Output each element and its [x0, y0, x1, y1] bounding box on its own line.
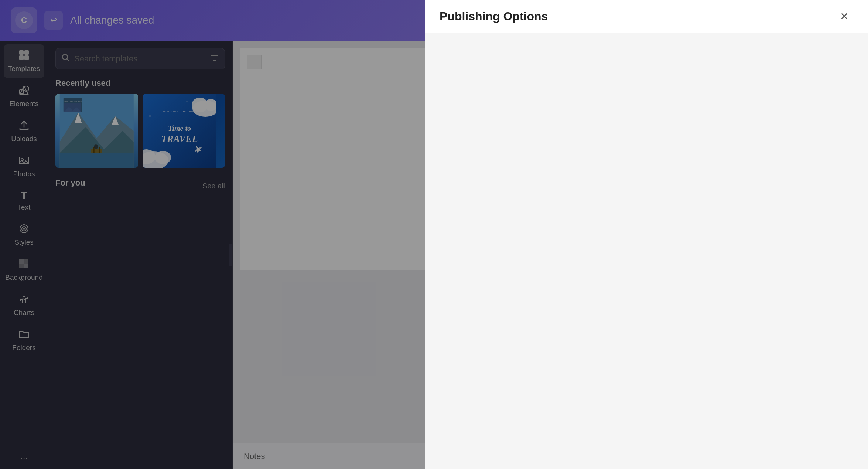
- modal-header: Publishing Options ✕: [425, 0, 868, 33]
- modal-close-button[interactable]: ✕: [835, 7, 853, 26]
- publishing-options-modal: Publishing Options ✕: [425, 0, 868, 469]
- modal-body: [425, 33, 868, 469]
- modal-title: Publishing Options: [440, 10, 835, 23]
